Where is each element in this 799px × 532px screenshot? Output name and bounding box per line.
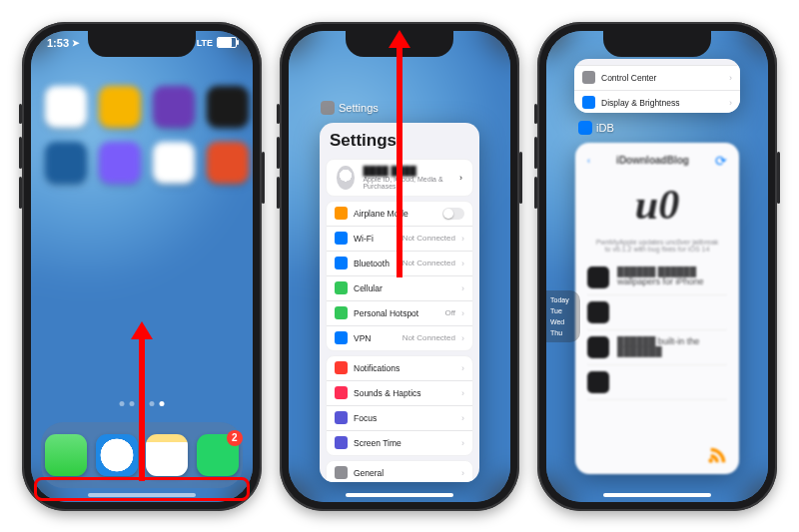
news-item[interactable] bbox=[587, 365, 727, 400]
row-label: Focus bbox=[354, 413, 455, 423]
arrow-head-icon bbox=[389, 30, 410, 48]
app-switcher[interactable]: Control Center›Display & Brightness› iDB… bbox=[546, 31, 768, 502]
settings-group-general: General›Control Center›Display & Brightn… bbox=[326, 460, 473, 482]
phone-frame-2: Settings Settings ████ ████ Apple ID, iC… bbox=[280, 22, 519, 511]
home-app[interactable] bbox=[207, 86, 249, 128]
day-strip: TodayTueWedThu bbox=[546, 290, 580, 342]
row-label: General bbox=[354, 468, 455, 478]
day-label: Thu bbox=[546, 327, 580, 338]
home-app[interactable] bbox=[99, 86, 141, 128]
row-icon bbox=[335, 361, 348, 374]
volume-down-button[interactable] bbox=[534, 177, 537, 209]
news-title: ██████ built-in the ███████ bbox=[617, 336, 727, 358]
avatar bbox=[337, 166, 355, 190]
chevron-right-icon: › bbox=[461, 259, 464, 268]
row-label: Sounds & Haptics bbox=[354, 388, 455, 398]
side-button[interactable] bbox=[519, 152, 522, 204]
volume-up-button[interactable] bbox=[19, 137, 22, 169]
chevron-right-icon: › bbox=[461, 333, 464, 343]
arrow-head-icon bbox=[131, 321, 153, 339]
volume-up-button[interactable] bbox=[534, 137, 537, 169]
news-item[interactable] bbox=[587, 295, 727, 330]
home-app[interactable] bbox=[153, 86, 195, 128]
chevron-right-icon: › bbox=[461, 468, 464, 478]
row-label: VPN bbox=[354, 333, 397, 343]
phone-frame-1: 1:53 ➤ LTE 2 bbox=[22, 22, 262, 511]
settings-row-display-brightness[interactable]: Display & Brightness› bbox=[574, 91, 740, 113]
settings-row-control-center[interactable]: Control Center› bbox=[574, 66, 740, 91]
home-app[interactable] bbox=[45, 142, 87, 184]
home-indicator[interactable] bbox=[346, 493, 453, 497]
settings-row-sounds-haptics[interactable]: Sounds & Haptics› bbox=[327, 381, 472, 406]
app-card-settings-peek[interactable]: Control Center›Display & Brightness› bbox=[574, 59, 740, 113]
network-label: LTE bbox=[197, 38, 213, 48]
row-label: Cellular bbox=[354, 283, 449, 293]
phone-app[interactable] bbox=[45, 434, 87, 476]
annotation-swipe-up-arrow bbox=[389, 30, 410, 277]
row-icon bbox=[335, 257, 348, 269]
settings-row-notifications[interactable]: Notifications› bbox=[327, 356, 472, 381]
chevron-right-icon: › bbox=[461, 413, 464, 423]
news-title: ██████ ██████ wallpapers for iPhone bbox=[617, 266, 727, 288]
row-value: Not Connected bbox=[402, 333, 455, 342]
home-indicator[interactable] bbox=[603, 493, 711, 497]
notch bbox=[88, 31, 196, 57]
home-app[interactable] bbox=[45, 86, 87, 128]
mute-switch[interactable] bbox=[19, 104, 22, 124]
news-thumbnail bbox=[587, 301, 609, 323]
volume-down-button[interactable] bbox=[19, 177, 22, 209]
row-icon bbox=[335, 466, 348, 479]
chevron-right-icon: › bbox=[461, 308, 464, 318]
whatsapp-business-app[interactable]: 2 bbox=[197, 434, 239, 476]
news-item[interactable]: ██████ built-in the ███████ bbox=[587, 330, 727, 365]
settings-row-vpn[interactable]: VPNNot Connected› bbox=[327, 326, 472, 350]
mute-switch[interactable] bbox=[534, 104, 537, 124]
phone-frame-3: Control Center›Display & Brightness› iDB… bbox=[537, 22, 777, 511]
app-card-widget[interactable]: ‹ iDownloadBlog ⟳ u0 PwnMyApple updates … bbox=[575, 143, 739, 474]
chevron-right-icon: › bbox=[461, 283, 464, 293]
widget-blurb: PwnMyApple updates unc0ver jailbreak to … bbox=[587, 239, 727, 261]
chevron-right-icon: › bbox=[459, 173, 462, 183]
annotation-swipe-up-arrow bbox=[131, 321, 153, 481]
side-button[interactable] bbox=[262, 152, 265, 204]
settings-group-notifications: Notifications›Sounds & Haptics›Focus›Scr… bbox=[326, 355, 473, 456]
news-thumbnail bbox=[587, 336, 609, 358]
settings-row-cellular[interactable]: Cellular› bbox=[327, 276, 472, 301]
news-title bbox=[617, 301, 727, 323]
rss-icon bbox=[707, 444, 729, 468]
back-icon[interactable]: ‹ bbox=[587, 156, 590, 166]
row-icon bbox=[335, 281, 348, 294]
location-icon: ➤ bbox=[72, 38, 80, 48]
day-label: Tue bbox=[546, 305, 580, 316]
row-icon bbox=[335, 232, 348, 245]
home-app[interactable] bbox=[153, 142, 195, 184]
volume-down-button[interactable] bbox=[277, 177, 280, 209]
widget-title: iDownloadBlog bbox=[616, 155, 689, 166]
row-label: Notifications bbox=[354, 363, 455, 373]
settings-row-personal-hotspot[interactable]: Personal HotspotOff› bbox=[327, 301, 472, 326]
home-app[interactable] bbox=[207, 142, 249, 184]
notification-badge: 2 bbox=[227, 430, 243, 446]
side-button[interactable] bbox=[777, 152, 780, 204]
battery-icon bbox=[217, 37, 237, 48]
row-icon bbox=[335, 386, 348, 399]
refresh-icon[interactable]: ⟳ bbox=[715, 153, 727, 169]
row-icon bbox=[335, 436, 348, 449]
home-app[interactable] bbox=[99, 142, 141, 184]
news-thumbnail bbox=[587, 371, 609, 393]
switcher-app-header: Settings bbox=[321, 101, 379, 115]
row-icon bbox=[335, 207, 348, 220]
news-item[interactable]: ██████ ██████ wallpapers for iPhone bbox=[587, 261, 727, 295]
row-icon bbox=[582, 96, 595, 109]
mute-switch[interactable] bbox=[277, 104, 280, 124]
toggle-switch[interactable] bbox=[442, 208, 464, 220]
chevron-right-icon: › bbox=[461, 234, 464, 244]
arrow-shaft bbox=[397, 48, 402, 277]
settings-row-screen-time[interactable]: Screen Time› bbox=[327, 431, 472, 455]
day-label: Today bbox=[546, 294, 580, 305]
switcher-app-header: iDB bbox=[578, 121, 614, 135]
volume-up-button[interactable] bbox=[277, 137, 280, 169]
settings-icon bbox=[321, 101, 335, 115]
settings-row-focus[interactable]: Focus› bbox=[327, 406, 472, 431]
settings-row-general[interactable]: General› bbox=[327, 461, 472, 482]
